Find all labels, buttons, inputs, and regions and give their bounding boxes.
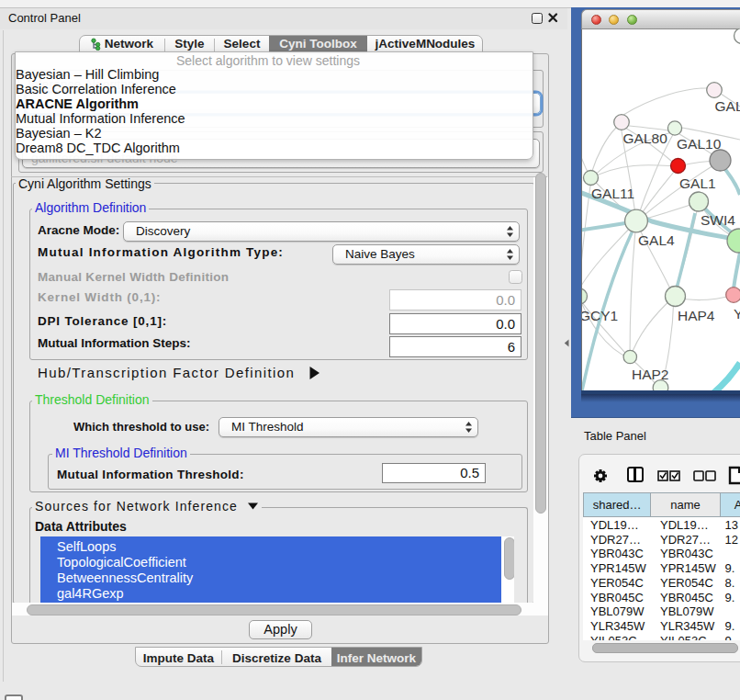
svg-text:HAP2: HAP2: [632, 367, 669, 382]
svg-text:HAP4: HAP4: [678, 308, 715, 323]
svg-text:Y: Y: [734, 306, 740, 322]
svg-text:GAL80: GAL80: [623, 130, 668, 146]
svg-text:GAL7: GAL7: [715, 98, 740, 114]
svg-text:GAL11: GAL11: [591, 186, 634, 201]
svg-text:SWI4: SWI4: [701, 212, 735, 228]
svg-text:GCY1: GCY1: [582, 308, 618, 323]
svg-text:GAL4: GAL4: [638, 232, 675, 248]
svg-text:GAL10: GAL10: [677, 136, 722, 152]
svg-text:GAL1: GAL1: [679, 175, 716, 191]
